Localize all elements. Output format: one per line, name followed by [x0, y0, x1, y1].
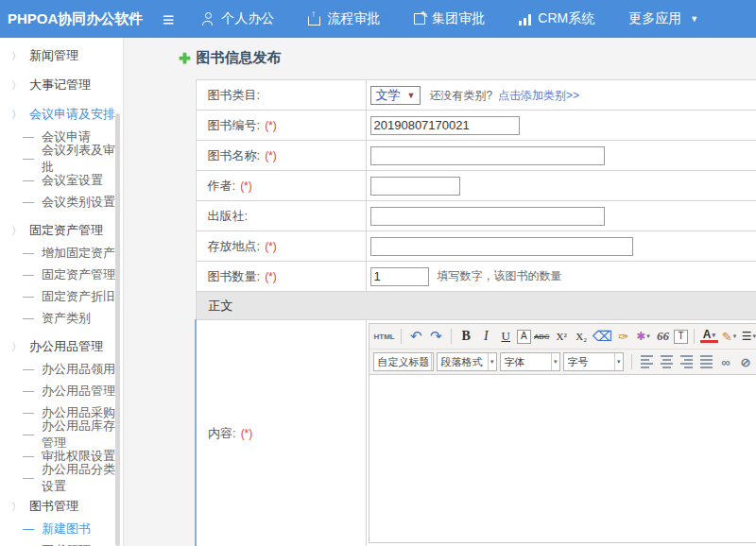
redo-button[interactable]: ↷: [427, 327, 445, 346]
font-family-select[interactable]: 字体▾: [500, 352, 560, 371]
sidebar-item[interactable]: —会议列表及审批: [0, 147, 123, 169]
font-size-select[interactable]: 字号▾: [563, 352, 624, 371]
sidebar-item[interactable]: —办公用品分类设置: [0, 467, 123, 488]
form-row: 图书类目:文学▼还没有类别?点击添加类别>>: [196, 80, 756, 111]
sidebar-group-5[interactable]: 〉图书管理: [0, 495, 123, 518]
book-name-input[interactable]: [370, 146, 605, 165]
menu-toggle-icon[interactable]: ≡: [163, 9, 174, 29]
user-icon: [202, 12, 215, 26]
nav-item-label: 流程审批: [327, 10, 380, 27]
form-row: 图书名称:(*): [196, 141, 756, 171]
align-right-button[interactable]: [680, 355, 693, 368]
sidebar-item[interactable]: —办公用品领用: [0, 358, 123, 380]
nav-item-group-approval[interactable]: 集团审批: [414, 10, 485, 27]
nav-item-label: CRM系统: [538, 10, 594, 27]
quantity-hint: 填写数字，该图书的数量: [438, 269, 562, 282]
add-icon: ✚: [179, 50, 191, 67]
font-background-button[interactable]: A: [517, 330, 531, 344]
sidebar-group-0[interactable]: 〉新闻管理: [0, 44, 123, 67]
field-label-text: 作者:: [208, 179, 236, 193]
style-menu-button[interactable]: ✱▾: [634, 327, 652, 346]
undo-button[interactable]: ↶: [407, 327, 425, 346]
sidebar-group-label: 新闻管理: [29, 47, 78, 64]
strikethrough-button[interactable]: ABC: [533, 327, 551, 346]
nav-item-more-apps[interactable]: 更多应用▼: [628, 10, 698, 27]
sidebar-item[interactable]: —会议类别设置: [0, 191, 123, 213]
sidebar-group-2[interactable]: 〉会议申请及安排: [0, 103, 123, 126]
custom-title-select[interactable]: 自定义标题▾: [373, 352, 434, 371]
sidebar-item[interactable]: —增加固定资产: [0, 242, 123, 264]
chevron-right-icon: 〉: [11, 500, 22, 514]
top-nav: 个人办公流程审批集团审批CRM系统更多应用▼: [202, 10, 698, 27]
sidebar-item-label: 会议类别设置: [42, 194, 115, 211]
sidebar-item[interactable]: —固定资产管理: [0, 264, 123, 285]
field-label-text: 出版社:: [208, 209, 249, 223]
dash-icon: —: [23, 471, 34, 485]
editor-content-area[interactable]: [369, 374, 756, 542]
sidebar: 〉新闻管理〉大事记管理〉会议申请及安排—会议申请—会议列表及审批—会议室设置—会…: [0, 38, 124, 546]
sidebar-group-3[interactable]: 〉固定资产管理: [0, 219, 123, 242]
book-code-label: 图书编号:(*): [196, 111, 366, 141]
storage-location-input[interactable]: [370, 237, 633, 256]
sidebar-group-1[interactable]: 〉大事记管理: [0, 74, 123, 96]
bold-button[interactable]: B: [457, 327, 475, 346]
sidebar-item-label: 会议室设置: [42, 172, 103, 189]
sidebar-scrollbar[interactable]: [115, 113, 120, 546]
dash-icon: —: [23, 196, 34, 209]
nav-item-crm-system[interactable]: CRM系统: [519, 10, 594, 27]
field-label-text: 图书数量:: [208, 269, 261, 283]
author-input[interactable]: [370, 177, 460, 196]
caret-down-icon: ▾: [733, 333, 737, 340]
book-code-input[interactable]: [370, 116, 520, 135]
dash-icon: —: [23, 312, 34, 325]
dash-icon: —: [23, 450, 34, 463]
format-brush-button[interactable]: ✑: [614, 327, 632, 346]
sidebar-group-label: 会议申请及安排: [29, 106, 115, 123]
required-mark: (*): [265, 240, 277, 253]
body-row: 〉新闻管理〉大事记管理〉会议申请及安排—会议申请—会议列表及审批—会议室设置—会…: [0, 38, 756, 546]
sidebar-item[interactable]: —办公用品管理: [0, 380, 123, 401]
ordered-list-button[interactable]: ☰▾: [740, 327, 756, 346]
paste-plain-text-button[interactable]: T: [674, 330, 688, 344]
italic-button[interactable]: I: [477, 327, 495, 346]
align-center-button[interactable]: [661, 355, 673, 368]
nav-item-label: 个人办公: [221, 10, 274, 27]
subscript-button[interactable]: X₂: [573, 327, 591, 346]
remove-link-button[interactable]: ⊘: [737, 352, 755, 371]
underline-button[interactable]: U: [497, 327, 515, 346]
required-mark: (*): [265, 149, 277, 162]
sidebar-group-4[interactable]: 〉办公用品管理: [0, 335, 123, 358]
caret-down-icon: ▾: [614, 353, 621, 370]
sidebar-item[interactable]: —新建图书: [0, 518, 123, 539]
blockquote-button[interactable]: 66: [654, 327, 672, 346]
book-category-select[interactable]: 文学▼: [370, 86, 421, 105]
page-title-text: 图书信息发布: [197, 49, 282, 67]
font-color-button[interactable]: A▾: [700, 330, 718, 343]
nav-item-personal-office[interactable]: 个人办公: [202, 10, 274, 27]
dash-icon: —: [23, 384, 34, 398]
publisher-input[interactable]: [370, 207, 605, 226]
caret-down-icon: ▾: [753, 333, 756, 340]
book-quantity-input[interactable]: [370, 267, 429, 286]
sidebar-item[interactable]: —资产类别: [0, 307, 123, 329]
superscript-button[interactable]: X²: [553, 327, 571, 346]
caret-down-icon: ▼: [407, 91, 416, 100]
dash-icon: —: [23, 290, 34, 303]
align-left-button[interactable]: [641, 355, 653, 368]
nav-item-workflow-approval[interactable]: 流程审批: [308, 10, 380, 27]
sidebar-item[interactable]: —固定资产折旧: [0, 285, 123, 307]
field-label-text: 图书名称:: [208, 148, 261, 162]
select-value: 段落格式: [441, 355, 483, 369]
insert-link-button[interactable]: ∞: [717, 352, 735, 371]
brand-logo[interactable]: PHPOA协同办公软件: [0, 10, 163, 28]
add-category-link[interactable]: 点击添加类别>>: [498, 89, 579, 102]
paragraph-format-select[interactable]: 段落格式▾: [437, 352, 497, 371]
sidebar-group-label: 办公用品管理: [29, 338, 103, 355]
sidebar-item[interactable]: —图书管理: [0, 539, 123, 546]
align-justify-button[interactable]: [700, 355, 713, 368]
remove-format-button[interactable]: ⌫: [593, 327, 612, 346]
html-source-button[interactable]: HTML: [374, 327, 395, 346]
sidebar-item[interactable]: —办公用品库存管理: [0, 423, 123, 445]
editor-cell: HTML↶↷BIUAABCX²X₂⌫✑✱▾66TA▾✎▾☰▾☰▾自定义标题▾段落…: [366, 320, 756, 546]
highlight-pen-button[interactable]: ✎▾: [720, 327, 738, 346]
